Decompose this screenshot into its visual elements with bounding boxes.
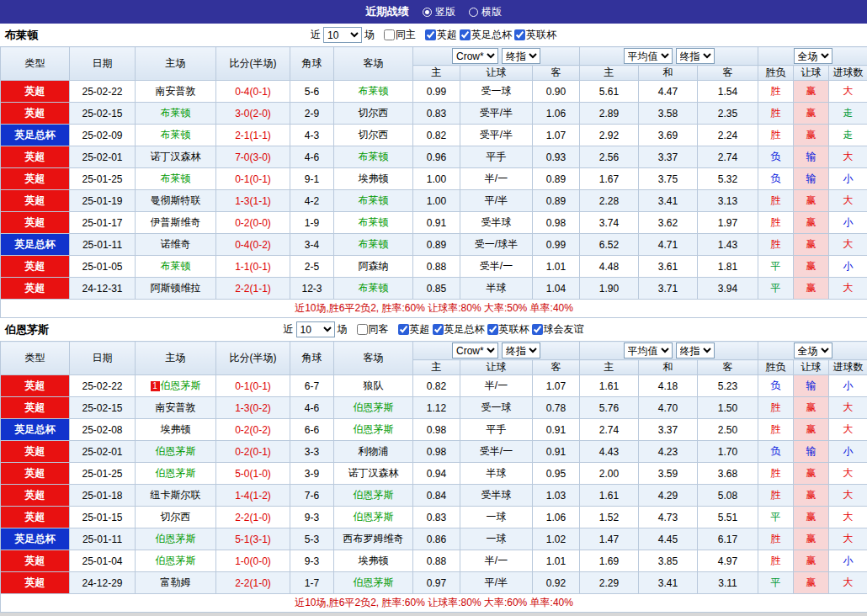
col-header-euro-away: 客 (698, 360, 758, 375)
same-venue-label: 同客 (369, 322, 389, 337)
win-loss-result: 胜 (758, 485, 794, 507)
score-cell: 1-0(0-0) (216, 550, 290, 572)
euro-draw-odds: 4.71 (639, 234, 698, 256)
home-team-name: 布莱顿 (161, 260, 191, 272)
competition-option-friendly[interactable]: 球会友谊 (532, 322, 584, 337)
asia-away-odds: 1.06 (533, 507, 580, 528)
layout-radio-vertical[interactable]: 竖版 (423, 5, 455, 19)
corner-cell: 4-3 (290, 125, 334, 146)
results-table: 类型 日期 主场 比分(半场) 角球 客场 Crow* 终指 平均值 终指 (0, 46, 867, 318)
asia-final-index-select[interactable]: 终指 (502, 343, 540, 358)
euro-away-odds: 6.17 (698, 528, 758, 550)
competition-checkbox-epl[interactable] (398, 324, 409, 335)
handicap-line: 半球 (460, 463, 533, 485)
asia-final-index-select[interactable]: 终指 (502, 48, 540, 64)
score-cell: 1-3(0-2) (216, 397, 290, 419)
competition-checkbox-facup[interactable] (460, 29, 471, 40)
euro-final-index-select[interactable]: 终指 (676, 48, 715, 64)
score-cell: 1-3(1-1) (216, 190, 290, 212)
competition-option-facup[interactable]: 英足总杯 (433, 322, 485, 337)
asia-home-odds: 0.88 (413, 256, 460, 278)
table-row: 英超 25-01-19 曼彻斯特联 1-3(1-1) 4-2 布莱顿 1.00 … (1, 190, 867, 212)
away-team-name: 西布罗姆维奇 (343, 533, 404, 544)
layout-radio-vertical-label: 竖版 (435, 5, 455, 19)
win-loss-result: 平 (758, 278, 794, 300)
same-venue-checkbox[interactable] (384, 29, 395, 40)
euro-home-odds: 5.61 (580, 81, 639, 103)
home-team-name: 布莱顿 (161, 173, 191, 184)
competition-checkbox-eflcup[interactable] (514, 29, 525, 40)
handicap-result: 赢 (794, 81, 829, 103)
goals-result: 大 (829, 528, 867, 550)
asia-away-odds: 0.90 (533, 81, 580, 103)
home-team-name: 伊普斯维奇 (151, 216, 201, 228)
handicap-result: 赢 (794, 463, 829, 485)
match-date: 25-02-08 (70, 419, 136, 441)
euro-home-odds: 2.28 (580, 190, 639, 212)
same-venue-checkbox[interactable] (357, 324, 368, 335)
competition-option-facup[interactable]: 英足总杯 (460, 28, 512, 42)
match-type-badge: 英超 (1, 572, 70, 594)
match-type-badge: 英超 (1, 81, 70, 103)
full-match-group: 全场 (758, 342, 867, 360)
home-team: 阿斯顿维拉 (136, 278, 216, 300)
score-cell: 0-2(0-1) (216, 441, 290, 463)
handicap-result: 赢 (794, 234, 829, 256)
average-select[interactable]: 平均值 (624, 48, 673, 64)
corner-cell: 3-3 (290, 441, 334, 463)
corner-cell: 5-6 (290, 81, 334, 103)
average-select[interactable]: 平均值 (624, 343, 673, 358)
competition-option-epl[interactable]: 英超 (398, 322, 430, 337)
full-match-select[interactable]: 全场 (794, 48, 832, 64)
win-loss-result: 胜 (758, 397, 794, 419)
away-team: 伯恩茅斯 (334, 572, 413, 594)
euro-final-index-select[interactable]: 终指 (676, 343, 715, 358)
bookmaker-select[interactable]: Crow* (452, 48, 498, 64)
recent-count-select[interactable]: 10 (323, 27, 362, 43)
home-team: 切尔西 (136, 507, 216, 528)
handicap-line: 一球 (460, 507, 533, 528)
competition-checkbox-epl[interactable] (425, 29, 436, 40)
win-loss-result: 胜 (758, 125, 794, 146)
competition-checkbox-friendly[interactable] (532, 324, 543, 335)
bookmaker-select[interactable]: Crow* (452, 343, 498, 358)
asia-away-odds: 0.89 (533, 168, 580, 190)
asia-odds-group: Crow* 终指 (413, 47, 580, 66)
col-header-result-goals: 进球数 (829, 66, 867, 81)
col-header-asia-home: 主 (413, 66, 460, 81)
euro-draw-odds: 4.45 (639, 528, 698, 550)
handicap-line: 受一球 (460, 397, 533, 419)
same-venue-option[interactable]: 同客 (357, 322, 389, 337)
radio-icon (469, 8, 478, 17)
competition-option-eflcup[interactable]: 英联杯 (487, 322, 529, 337)
match-type-badge: 英超 (1, 190, 70, 212)
goals-result: 小 (829, 212, 867, 234)
competition-option-eflcup[interactable]: 英联杯 (514, 28, 556, 42)
col-header-euro-draw: 和 (639, 66, 698, 81)
col-header-asia-away: 客 (533, 66, 580, 81)
euro-away-odds: 1.43 (698, 234, 758, 256)
full-match-select[interactable]: 全场 (794, 343, 832, 358)
asia-away-odds: 1.07 (533, 375, 580, 397)
competition-option-epl[interactable]: 英超 (425, 28, 457, 42)
euro-draw-odds: 3.61 (639, 256, 698, 278)
away-team: 布莱顿 (334, 190, 413, 212)
match-date: 25-02-15 (70, 397, 136, 419)
radio-icon (423, 8, 432, 17)
euro-draw-odds: 3.62 (639, 212, 698, 234)
near-label: 近 (311, 28, 321, 42)
competition-checkbox-facup[interactable] (433, 324, 444, 335)
same-venue-option[interactable]: 同主 (384, 28, 416, 42)
handicap-result: 赢 (794, 103, 829, 125)
asia-home-odds: 0.96 (413, 146, 460, 168)
layout-radio-horizontal[interactable]: 横版 (469, 5, 502, 19)
home-team: 伯恩茅斯 (136, 441, 216, 463)
table-row: 英超 25-01-17 伊普斯维奇 0-2(0-0) 1-9 布莱顿 0.91 … (1, 212, 867, 234)
competition-checkbox-eflcup[interactable] (487, 324, 498, 335)
euro-draw-odds: 3.41 (639, 190, 698, 212)
handicap-result: 赢 (794, 125, 829, 146)
goals-result: 大 (829, 463, 867, 485)
asia-home-odds: 1.00 (413, 168, 460, 190)
team-section-bournemouth: 伯恩茅斯 近 10 场 同客 英超 英足总杯 英联杯 球会 (0, 318, 867, 613)
recent-count-select[interactable]: 10 (296, 321, 335, 337)
